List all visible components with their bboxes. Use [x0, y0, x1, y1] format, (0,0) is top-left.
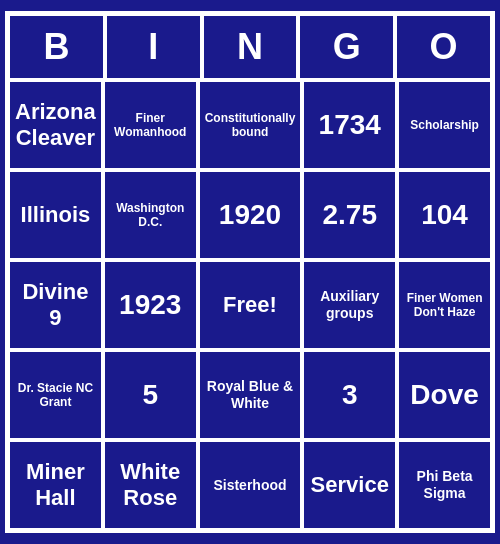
bingo-cell-8: 2.75: [302, 170, 397, 260]
bingo-cell-0: Arizona Cleaver: [8, 80, 103, 170]
bingo-cell-6: Washington D.C.: [103, 170, 198, 260]
bingo-cell-12: Free!: [198, 260, 303, 350]
bingo-cell-23: Service: [302, 440, 397, 530]
bingo-cell-24: Phi Beta Sigma: [397, 440, 492, 530]
bingo-cell-13: Auxiliary groups: [302, 260, 397, 350]
bingo-cell-10: Divine 9: [8, 260, 103, 350]
bingo-cell-3: 1734: [302, 80, 397, 170]
header-letter-o: O: [395, 14, 492, 80]
bingo-card: BINGO Arizona CleaverFiner WomanhoodCons…: [5, 11, 495, 533]
bingo-cell-17: Royal Blue & White: [198, 350, 303, 440]
header-letter-g: G: [298, 14, 395, 80]
bingo-grid: Arizona CleaverFiner WomanhoodConstituti…: [8, 80, 492, 530]
bingo-cell-7: 1920: [198, 170, 303, 260]
bingo-cell-2: Constitutionally bound: [198, 80, 303, 170]
header-letter-i: I: [105, 14, 202, 80]
bingo-cell-14: Finer Women Don't Haze: [397, 260, 492, 350]
header-letter-n: N: [202, 14, 299, 80]
bingo-cell-18: 3: [302, 350, 397, 440]
bingo-cell-21: White Rose: [103, 440, 198, 530]
bingo-cell-22: Sisterhood: [198, 440, 303, 530]
bingo-cell-20: Miner Hall: [8, 440, 103, 530]
bingo-cell-11: 1923: [103, 260, 198, 350]
bingo-cell-9: 104: [397, 170, 492, 260]
bingo-cell-15: Dr. Stacie NC Grant: [8, 350, 103, 440]
bingo-cell-4: Scholarship: [397, 80, 492, 170]
header-letter-b: B: [8, 14, 105, 80]
bingo-cell-5: Illinois: [8, 170, 103, 260]
bingo-cell-1: Finer Womanhood: [103, 80, 198, 170]
bingo-header: BINGO: [8, 14, 492, 80]
bingo-cell-16: 5: [103, 350, 198, 440]
bingo-cell-19: Dove: [397, 350, 492, 440]
